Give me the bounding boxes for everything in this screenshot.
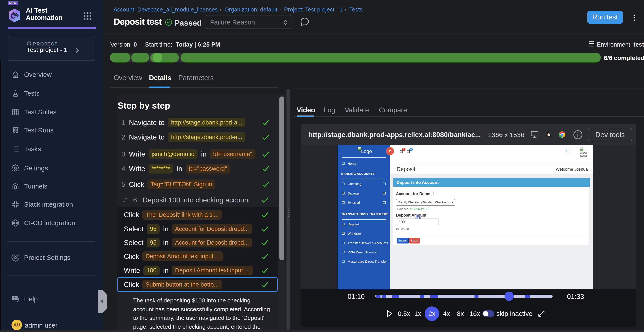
svg-text:?: ? [14, 297, 16, 300]
